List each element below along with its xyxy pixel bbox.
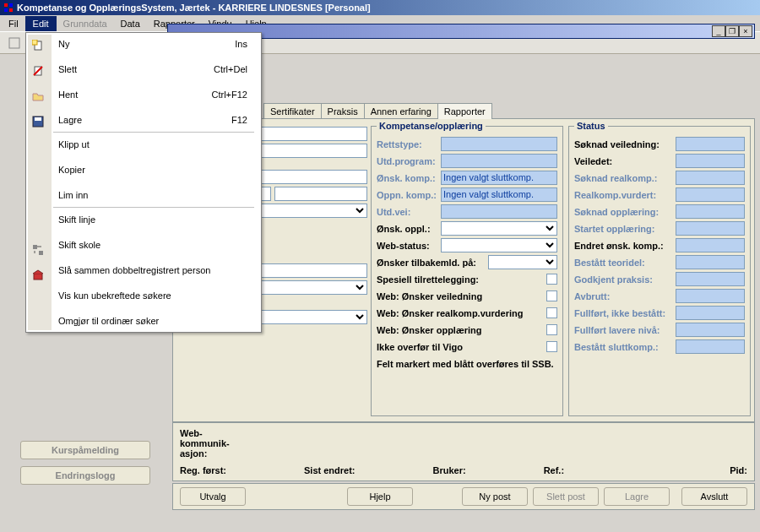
field-soknad-oppl[interactable] xyxy=(676,204,745,219)
label-utdvei: Utd.vei: xyxy=(377,207,441,217)
label-onsk-oppl: Ønsk. oppl.: xyxy=(377,224,441,234)
delete-icon xyxy=(30,63,46,79)
menu-grunndata[interactable]: Grunndata xyxy=(57,17,114,30)
checkbox-spesiell[interactable] xyxy=(546,274,557,285)
field-fullfort-ikke[interactable] xyxy=(676,306,745,320)
fieldset-kompetanse: Kompetanse/opplæring Rettstype: Utd.prog… xyxy=(371,121,563,416)
button-kurspamelding[interactable]: Kurspåmelding xyxy=(20,441,150,459)
svg-rect-12 xyxy=(33,245,37,249)
menu-data[interactable]: Data xyxy=(114,17,147,30)
mdi-close-button[interactable]: × xyxy=(739,25,752,37)
field-oppn-komp[interactable]: Ingen valgt sluttkomp. xyxy=(441,187,557,202)
school-icon xyxy=(30,268,46,283)
field-startet-oppl[interactable] xyxy=(676,221,745,236)
menu-item-hent[interactable]: HentCtrl+F12 xyxy=(52,85,259,104)
field-rettstype[interactable] xyxy=(441,137,557,151)
menu-item-ny[interactable]: NyIns xyxy=(52,35,259,53)
toolbar-button-1[interactable] xyxy=(7,35,22,51)
button-bar: Utvalg Hjelp Ny post Slett post Lagre Av… xyxy=(172,483,755,510)
menu-separator-2 xyxy=(53,207,254,208)
menu-item-skift-skole[interactable]: Skift skole xyxy=(52,236,259,254)
field-utdprogram[interactable] xyxy=(441,154,557,168)
menu-item-klipp-ut[interactable]: Klipp ut xyxy=(52,135,259,154)
field-godkjent-praksis[interactable] xyxy=(676,272,745,286)
menu-separator-1 xyxy=(53,132,254,133)
checkbox-web-veiled[interactable] xyxy=(546,290,557,301)
menu-item-slett[interactable]: SlettCtrl+Del xyxy=(52,60,259,79)
title-bar: Kompetanse og OpplæringsSystem, Jærtek -… xyxy=(0,0,760,15)
tab-sertifikater[interactable]: Sertifikater xyxy=(263,103,322,119)
menu-item-vis-kun[interactable]: Vis kun ubekreftede søkere xyxy=(52,286,259,305)
select-onsk-oppl[interactable] xyxy=(441,221,557,236)
label-footnote: Felt markert med blått overføres til SSB… xyxy=(377,359,557,369)
svg-rect-2 xyxy=(4,8,8,12)
label-endret-onsk: Endret ønsk. komp.: xyxy=(574,241,676,251)
tab-annen-erfaring[interactable]: Annen erfaring xyxy=(364,103,438,119)
edit-dropdown-menu: NyIns SlettCtrl+Del HentCtrl+F12 LagreF1… xyxy=(25,32,262,333)
button-hjelp[interactable]: Hjelp xyxy=(347,487,413,506)
field-endret-onsk[interactable] xyxy=(676,238,745,252)
field-veiledet[interactable] xyxy=(676,154,745,168)
mdi-minimize-button[interactable]: _ xyxy=(712,25,725,37)
button-ny-post[interactable]: Ny post xyxy=(462,487,528,506)
select-web-status[interactable] xyxy=(441,238,557,252)
button-endringslogg[interactable]: Endringslogg xyxy=(20,466,150,485)
label-utdprogram: Utd.program: xyxy=(377,156,441,166)
menu-item-omgjor[interactable]: Omgjør til ordinær søker xyxy=(52,312,259,330)
field-utdvei[interactable] xyxy=(441,204,557,219)
menu-item-skift-linje[interactable]: Skift linje xyxy=(52,210,259,229)
field-bestatt-slutt[interactable] xyxy=(676,339,745,354)
legend-kompetanse: Kompetanse/opplæring xyxy=(377,121,486,131)
mdi-restore-button[interactable]: ❐ xyxy=(725,25,739,37)
field-onsk-komp[interactable]: Ingen valgt sluttkomp. xyxy=(441,171,557,185)
label-spesiell: Spesiell tilrettelegging: xyxy=(377,274,546,285)
open-icon xyxy=(30,89,46,104)
button-avslutt[interactable]: Avslutt xyxy=(681,487,747,506)
checkbox-ikke-vigo[interactable] xyxy=(546,341,557,352)
select-onsker-tilb[interactable] xyxy=(488,255,557,269)
menu-item-sla-sammen[interactable]: Slå sammen dobbeltregistrert person xyxy=(52,261,259,280)
left-field-4b[interactable] xyxy=(274,187,367,201)
checkbox-web-realkomp[interactable] xyxy=(546,307,557,318)
legend-status: Status xyxy=(574,121,608,131)
button-slett-post[interactable]: Slett post xyxy=(533,487,599,506)
menu-item-lagre[interactable]: LagreF12 xyxy=(52,111,259,129)
svg-rect-7 xyxy=(32,40,37,45)
label-godkjent-praksis: Godkjent praksis: xyxy=(574,274,676,285)
field-real-vurd[interactable] xyxy=(676,187,745,202)
field-web-komm[interactable] xyxy=(242,428,747,462)
tab-rapporter[interactable]: Rapporter xyxy=(437,103,492,119)
menu-item-kopier[interactable]: Kopier xyxy=(52,160,259,179)
tab-praksis[interactable]: Praksis xyxy=(321,103,365,119)
label-onsk-komp: Ønsk. komp.: xyxy=(377,173,441,183)
svg-rect-1 xyxy=(9,3,13,7)
label-web-realkomp: Web: Ønsker realkomp.vurdering xyxy=(377,308,546,318)
label-fullfort-lavere: Fullført lavere nivå: xyxy=(574,325,676,335)
label-soknad-veil: Søknad veiledning: xyxy=(574,139,676,149)
svg-rect-4 xyxy=(9,38,19,48)
field-bestatt-teori[interactable] xyxy=(676,255,745,269)
save-icon xyxy=(30,114,46,129)
field-avbrutt[interactable] xyxy=(676,289,745,303)
app-icon xyxy=(3,3,14,13)
label-real-vurd: Realkomp.vurdert: xyxy=(574,190,676,200)
checkbox-web-oppl[interactable] xyxy=(546,324,557,335)
label-web-komm: Web- kommunik- asjon: xyxy=(180,428,234,459)
svg-rect-3 xyxy=(9,8,13,12)
field-soknad-veil[interactable] xyxy=(676,137,745,151)
field-soknad-real[interactable] xyxy=(676,171,745,185)
label-bruker: Bruker: xyxy=(433,465,466,475)
button-lagre[interactable]: Lagre xyxy=(604,487,670,506)
menu-item-lim-inn[interactable]: Lim inn xyxy=(52,186,259,204)
menu-fil[interactable]: Fil xyxy=(2,17,25,30)
menu-edit[interactable]: Edit xyxy=(25,16,57,31)
window-title: Kompetanse og OpplæringsSystem, Jærtek -… xyxy=(17,3,371,13)
field-fullfort-lavere[interactable] xyxy=(676,323,745,337)
label-veiledet: Veiledet: xyxy=(574,156,676,166)
label-bestatt-slutt: Bestått sluttkomp.: xyxy=(574,342,676,352)
button-utvalg[interactable]: Utvalg xyxy=(180,487,246,506)
label-bestatt-teori: Bestått teoridel: xyxy=(574,258,676,268)
label-pid: Pid: xyxy=(730,465,747,475)
label-sist-endret: Sist endret: xyxy=(304,465,356,475)
label-web-oppl: Web: Ønsker opplæring xyxy=(377,325,546,335)
